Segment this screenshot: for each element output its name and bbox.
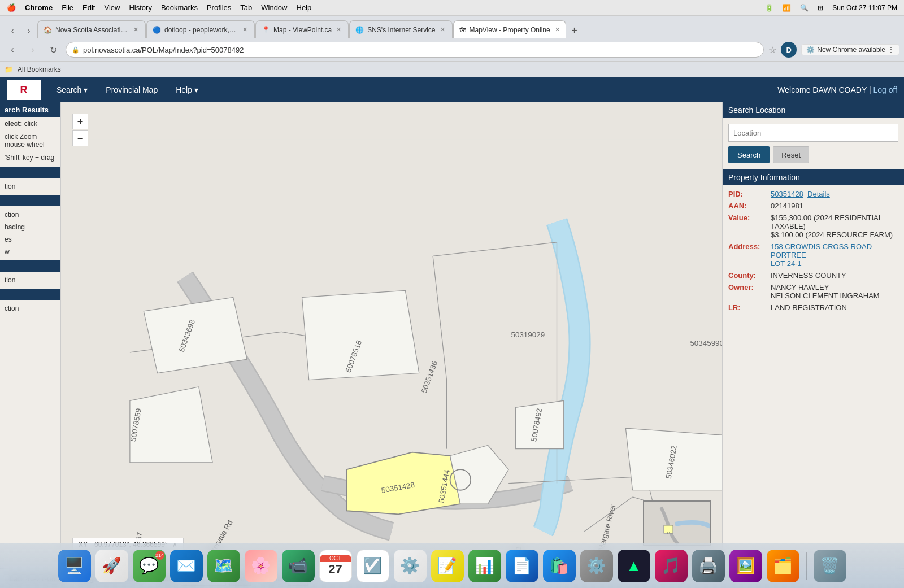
help-menu[interactable]: Help [297,3,312,12]
left-section-es: es [0,233,60,246]
back-button[interactable]: ‹ [5,23,20,38]
reminders-icon: ☑️ [363,556,383,575]
address-label: Address: [728,242,771,251]
view-menu[interactable]: View [104,3,120,12]
forward-nav-button[interactable]: › [25,42,41,58]
profile-avatar[interactable]: D [781,42,797,58]
tab-close-5[interactable]: ✕ [554,25,561,34]
apple-menu[interactable]: 🍎 [7,3,16,12]
dock-photos[interactable]: 🌸 [245,550,277,582]
location-input[interactable] [728,124,898,142]
dock-app19[interactable]: 🗂️ [767,550,799,582]
tab-sns[interactable]: 🌐 SNS's Internet Service ✕ [349,20,452,38]
file-menu[interactable]: File [62,3,73,12]
window-menu[interactable]: Window [261,3,287,12]
help-nav-item[interactable]: Help ▾ [167,77,207,102]
back-nav-button[interactable]: ‹ [5,42,20,58]
bookmarks-menu[interactable]: Bookmarks [161,3,198,12]
new-tab-button[interactable]: + [567,23,583,38]
search-location-title: Search Location [728,106,785,115]
logoff-link[interactable]: Log off [873,85,897,94]
dock-chrome[interactable]: ⚙️ [394,550,427,582]
pid-number[interactable]: 50351428 [771,190,803,198]
left-section-tion2: tion [0,274,60,286]
tab-mapview[interactable]: 🗺 MapView - Property Online ✕ [453,20,566,38]
dock-trash[interactable]: 🗑️ [814,550,846,582]
dock-mail[interactable]: ✉️ [170,550,203,582]
tab-close-2[interactable]: ✕ [241,25,249,34]
left-panel-shift: 'Shift' key + drag [0,151,60,164]
finder-icon: 🖥️ [64,556,84,575]
mac-topbar-left: 🍎 Chrome File Edit View History Bookmark… [7,3,311,12]
tab-label-1: Nova Scotia Association of R... [55,26,129,34]
tab-favicon-3: 📍 [262,26,270,34]
tab-close-4[interactable]: ✕ [439,25,446,34]
launchpad-icon: 🚀 [102,556,121,575]
dock-reminders[interactable]: ☑️ [357,550,389,582]
dock-numbers[interactable]: 📊 [468,550,501,582]
tab-menu[interactable]: Tab [240,3,252,12]
star-icon[interactable]: ☆ [768,45,776,55]
welcome-label: Welcome DAWN COADY [777,85,867,94]
control-center-icon[interactable]: ⊞ [818,4,823,12]
details-link[interactable]: Details [807,190,830,198]
tab-favicon-2: 🔵 [153,26,161,34]
provincial-map-nav-item[interactable]: Provincial Map [97,77,167,102]
left-section-tion: tion [0,180,60,193]
prop-row-county: County: INVERNESS COUNTY [728,271,898,280]
dock-facetime[interactable]: 📹 [282,550,315,582]
minimap[interactable]: P [643,500,711,546]
dock-music[interactable]: 🎵 [655,550,688,582]
dock-git[interactable]: ▲ [618,550,650,582]
tab-favicon-5: 🗺 [459,26,466,34]
right-panel: Search Location Search Reset Property In… [722,102,904,568]
tab-label-3: Map - ViewPoint.ca [273,26,332,34]
zoom-in-button[interactable]: + [72,114,88,129]
tab-close-3[interactable]: ✕ [335,25,342,34]
reset-button[interactable]: Reset [773,146,809,163]
tab-bar: ‹ › 🏠 Nova Scotia Association of R... ✕ … [0,16,904,38]
search-nav-label: Search [56,85,81,94]
messages-icon: 💬 [139,556,159,575]
tab-viewpoint[interactable]: 📍 Map - ViewPoint.ca ✕ [255,20,349,38]
dock-launchpad[interactable]: 🚀 [95,550,128,582]
zoom-out-button[interactable]: − [72,130,88,146]
search-location-form: Search Reset [723,118,904,169]
dock-appstore[interactable]: 🛍️ [543,550,576,582]
dock-finder[interactable]: 🖥️ [58,550,91,582]
profiles-menu[interactable]: Profiles [207,3,231,12]
chrome-update-text: New Chrome available [817,46,885,54]
map-area[interactable]: 50319029 50345990 50343698 50078518 5035… [61,102,722,568]
dock-maps[interactable]: 🗺️ [207,550,240,582]
tab-close-1[interactable]: ✕ [132,25,140,34]
bookmarks-label[interactable]: All Bookmarks [18,66,61,73]
prop-row-aan: AAN: 02141981 [728,202,898,210]
address-bar[interactable]: 🔒 pol.novascotia.ca/POL/Map/Index?pid=50… [66,42,764,58]
dock-preview[interactable]: 🖼️ [729,550,762,582]
left-panel-highlight-2 [0,195,60,206]
tab-nova-scotia[interactable]: 🏠 Nova Scotia Association of R... ✕ [37,20,146,38]
map-zoom-controls: + − [72,114,88,146]
dock-notes[interactable]: 📝 [431,550,464,582]
chrome-update-banner[interactable]: ⚙️ New Chrome available ⋮ [801,44,899,55]
trash-icon: 🗑️ [820,556,840,575]
preview-icon: 🖼️ [736,556,755,575]
search-icon[interactable]: 🔍 [800,4,809,12]
tab-dotloop[interactable]: 🔵 dotloop - peoplework, not pa... ✕ [146,20,255,38]
dock-printer[interactable]: 🖨️ [692,550,725,582]
dock-system-prefs[interactable]: ⚙️ [580,550,613,582]
reload-button[interactable]: ↻ [45,42,61,58]
left-panel-header: arch Results [0,102,60,117]
history-menu[interactable]: History [129,3,151,12]
forward-button[interactable]: › [21,23,37,38]
dock-pages[interactable]: 📄 [506,550,538,582]
chrome-menu[interactable]: Chrome [25,3,53,12]
aan-value: 02141981 [771,202,898,210]
prop-row-owner: Owner: NANCY HAWLEY NELSON CLEMENT INGRA… [728,283,898,300]
dock-calendar[interactable]: OCT 27 [319,550,352,582]
search-nav-item[interactable]: Search ▾ [47,77,97,102]
search-button[interactable]: Search [728,146,770,163]
owner-label: Owner: [728,283,771,291]
dock-messages[interactable]: 💬 214 [133,550,166,582]
edit-menu[interactable]: Edit [82,3,95,12]
